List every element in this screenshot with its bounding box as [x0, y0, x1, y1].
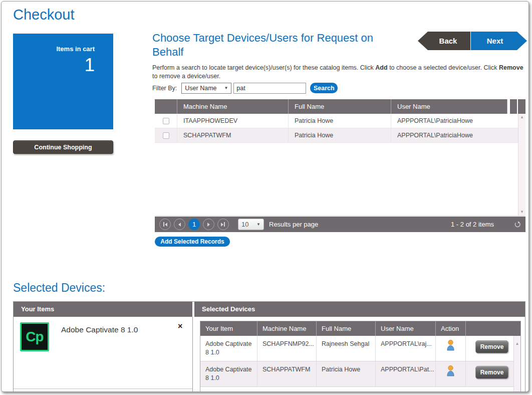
filter-field-select[interactable]: User Name ▼: [181, 83, 231, 94]
results-table-header: Machine Name Full Name User Name: [155, 99, 525, 114]
table-row[interactable]: SCHAPPATWFM Patricia Howe APPPORTAL\Patr…: [155, 128, 525, 143]
full-name-cell: Patricia Howe: [289, 128, 391, 142]
selected-devices-panel: Your Items Selected Devices Cp Adobe Cap…: [13, 301, 525, 392]
filter-row: Filter By: User Name ▼ Search: [152, 82, 528, 94]
row-checkbox[interactable]: [163, 132, 169, 139]
table-row: [200, 387, 520, 392]
instructions-text: Perform a search to locate target device…: [152, 64, 528, 81]
selected-devices-table: Your Item Machine Name Full Name User Na…: [200, 321, 521, 392]
selected-devices-header: Selected Devices: [194, 302, 525, 317]
row-checkbox[interactable]: [163, 118, 169, 124]
scroll-up-icon[interactable]: ▲: [520, 115, 524, 119]
user-name-column-header[interactable]: User Name: [376, 321, 436, 336]
page-size-select[interactable]: 10 ▼: [238, 219, 264, 230]
cart-item-name: Adobe Captivate 8 1.0: [61, 325, 138, 334]
next-page-button[interactable]: [203, 219, 214, 230]
user-name-cell: APPPORTAL\Pat...: [376, 361, 436, 386]
action-cell: [436, 361, 466, 386]
user-name-cell: APPPORTAL\PatriciaHowe: [391, 114, 525, 128]
action-column-header[interactable]: Action: [436, 321, 466, 336]
full-name-column-header[interactable]: Full Name: [289, 99, 391, 114]
your-items-header: Your Items: [14, 302, 192, 317]
machine-name-cell: SCHAPFNMP92...: [257, 336, 317, 361]
your-item-cell: Adobe Captivate 8 1.0: [200, 361, 257, 386]
last-page-button[interactable]: [217, 219, 229, 230]
full-name-cell: Patricia Howe: [317, 361, 376, 386]
search-input[interactable]: [233, 83, 306, 94]
page-size-value: 10: [241, 221, 248, 228]
add-selected-records-button[interactable]: Add Selected Records: [155, 237, 230, 247]
back-button-label: Back: [439, 37, 457, 45]
vertical-scrollbar[interactable]: ▲: [513, 336, 520, 392]
results-per-page-label: Results per page: [269, 221, 318, 228]
machine-name-cell: SCHAPPATWFM: [257, 361, 317, 386]
items-range-label: 1 - 2 of 2 items: [451, 221, 494, 228]
user-name-cell: APPPORTAL\PatriciaHowe: [391, 128, 525, 142]
your-item-cell: Adobe Captivate 8 1.0: [200, 336, 257, 361]
selected-devices-table-header: Your Item Machine Name Full Name User Na…: [200, 321, 520, 336]
full-name-cell: Patricia Howe: [289, 114, 391, 128]
table-row[interactable]: ITAAPPHOWEDEV Patricia Howe APPPORTAL\Pa…: [155, 114, 525, 128]
chevron-down-icon: ▼: [224, 86, 228, 90]
full-name-cell: Rajneesh Sehgal: [317, 336, 376, 361]
your-item-column-header[interactable]: Your Item: [200, 321, 257, 336]
user-icon: [446, 365, 455, 376]
adobe-captivate-icon: Cp: [20, 322, 49, 351]
first-page-button[interactable]: [159, 219, 171, 230]
step-heading: Choose Target Devices/Users for Request …: [152, 31, 405, 59]
results-table-body: ITAAPPHOWEDEV Patricia Howe APPPORTAL\Pa…: [155, 114, 525, 216]
remove-cart-item-icon[interactable]: ×: [178, 322, 182, 331]
panel-header: Your Items Selected Devices: [14, 302, 525, 317]
chevron-down-icon: ▼: [256, 222, 260, 227]
user-name-cell: APPPORTAL\raj...: [376, 336, 436, 361]
cart-summary-box: Items in cart 1: [13, 34, 113, 129]
continue-shopping-button[interactable]: Continue Shopping: [13, 140, 113, 154]
scroll-down-icon[interactable]: ▼: [520, 210, 524, 214]
filter-by-label: Filter By:: [152, 85, 177, 92]
page-title: Checkout: [13, 7, 75, 23]
user-icon: [446, 339, 455, 351]
table-row: Adobe Captivate 8 1.0 SCHAPPATWFM Patric…: [200, 361, 520, 387]
spare-column-header: [518, 99, 525, 114]
panel-body: Cp Adobe Captivate 8 1.0 × Your Item Mac…: [14, 317, 525, 392]
checkout-page: Checkout Items in cart 1 Continue Shoppi…: [1, 1, 529, 392]
selected-devices-table-body: Adobe Captivate 8 1.0 SCHAPFNMP92... Raj…: [200, 336, 520, 392]
vertical-scrollbar[interactable]: ▲ ▼: [518, 114, 525, 216]
cart-count: 1: [13, 56, 95, 75]
filter-selected-option: User Name: [185, 85, 216, 92]
your-items-pane: Cp Adobe Captivate 8 1.0 ×: [14, 317, 193, 392]
full-name-column-header[interactable]: Full Name: [317, 321, 376, 336]
pagination-bar: 1 10 ▼ Results per page 1 - 2 of 2 items: [155, 217, 525, 232]
remove-button[interactable]: Remove: [475, 340, 508, 353]
selected-devices-heading: Selected Devices:: [13, 281, 105, 295]
next-button-label: Next: [487, 37, 503, 45]
scroll-up-icon[interactable]: ▲: [515, 341, 519, 346]
current-page-button[interactable]: 1: [188, 219, 200, 230]
remove-button[interactable]: Remove: [475, 366, 508, 379]
checkbox-column-header: [155, 99, 177, 114]
table-row: Adobe Captivate 8 1.0 SCHAPFNMP92... Raj…: [200, 336, 520, 361]
refresh-icon[interactable]: [514, 221, 521, 228]
scrollbar-column-header: [513, 321, 520, 336]
search-results-table: Machine Name Full Name User Name ITAAPPH…: [155, 99, 525, 216]
machine-name-cell: SCHAPPATWFM: [177, 128, 289, 142]
machine-name-cell: ITAAPPHOWEDEV: [177, 114, 289, 128]
next-button[interactable]: Next: [471, 32, 527, 50]
machine-name-column-header[interactable]: Machine Name: [177, 99, 289, 114]
remove-column-header: [466, 321, 513, 336]
cart-item-row: Cp Adobe Captivate 8 1.0 ×: [14, 317, 192, 389]
search-button[interactable]: Search: [310, 83, 338, 93]
action-cell: [436, 336, 466, 361]
user-name-column-header[interactable]: User Name: [391, 99, 507, 114]
spare-column-header: [510, 99, 517, 114]
machine-name-column-header[interactable]: Machine Name: [257, 321, 317, 336]
items-in-cart-label: Items in cart: [13, 45, 95, 53]
previous-page-button[interactable]: [174, 219, 185, 230]
back-button[interactable]: Back: [418, 32, 470, 50]
